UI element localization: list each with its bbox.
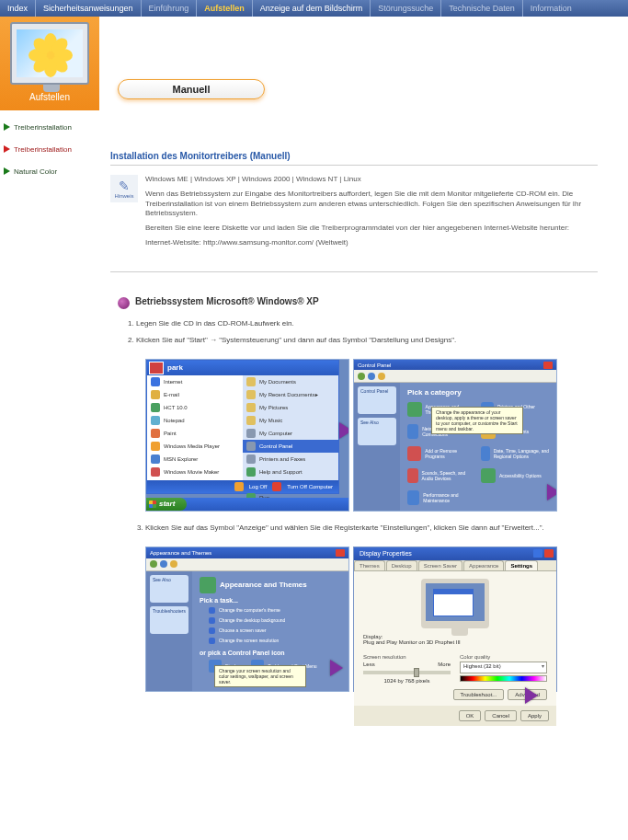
tab-screensaver[interactable]: Screen Saver bbox=[418, 560, 462, 570]
sidebar-item-natural-color[interactable]: Natural Color bbox=[0, 160, 101, 182]
window-toolbar bbox=[354, 370, 556, 382]
cp-datetime[interactable]: Date, Time, Language, and Regional Optio… bbox=[481, 446, 549, 461]
dialog-body: Display: Plug and Play Monitor on 3D Pro… bbox=[354, 571, 556, 706]
sm-printers[interactable]: Printers and Faxes bbox=[243, 453, 338, 466]
sidebar-item-driver-manual[interactable]: Treiberinstallation bbox=[0, 138, 101, 160]
top-nav: Index Sicherheitsanweisungen Einführung … bbox=[0, 0, 628, 17]
up-icon[interactable] bbox=[170, 560, 177, 568]
folder-icon bbox=[246, 416, 256, 425]
color-bar bbox=[460, 675, 547, 682]
mode-banner: Manuell bbox=[110, 74, 614, 138]
appearance-icon bbox=[200, 577, 216, 593]
sm-paint[interactable]: Paint bbox=[147, 427, 243, 440]
close-icon[interactable] bbox=[543, 362, 553, 369]
screenshot-start-menu: park Internet E-mail HCT 10.0 Notepad Pa… bbox=[145, 359, 349, 512]
sm-label: My Computer bbox=[259, 431, 292, 436]
step-item: Klicken Sie auf "Start" → "Systemsteueru… bbox=[136, 335, 614, 346]
help-icon[interactable] bbox=[533, 549, 542, 558]
sidebar-links: Treiberinstallation Treiberinstallation … bbox=[0, 116, 101, 182]
at-task-item[interactable]: Choose a screen saver bbox=[209, 627, 341, 634]
turnoff-label[interactable]: Turn Off Computer bbox=[287, 484, 333, 489]
forward-icon[interactable] bbox=[368, 373, 375, 380]
tab-themes[interactable]: Themes bbox=[354, 560, 385, 570]
tab-desktop[interactable]: Desktop bbox=[386, 560, 417, 570]
start-button[interactable]: start bbox=[146, 498, 187, 511]
at-label: Change the desktop background bbox=[219, 617, 285, 623]
sm-hct[interactable]: HCT 10.0 bbox=[147, 401, 243, 414]
close-icon[interactable] bbox=[336, 549, 345, 557]
step-item: Legen Sie die CD in das CD-ROM-Laufwerk … bbox=[136, 318, 614, 329]
window-title: Appearance and Themes bbox=[150, 550, 211, 556]
nav-osd[interactable]: Anzeige auf dem Bildschirm bbox=[252, 0, 371, 17]
window-titlebar: Control Panel bbox=[354, 360, 556, 371]
sm-wmp[interactable]: Windows Media Player bbox=[147, 440, 243, 453]
sm-mycomp[interactable]: My Computer bbox=[243, 427, 338, 440]
cancel-button[interactable]: Cancel bbox=[485, 710, 517, 721]
cp-perf[interactable]: Performance and Maintenance bbox=[407, 490, 475, 505]
forward-icon[interactable] bbox=[160, 560, 167, 568]
slider-knob[interactable] bbox=[414, 668, 419, 677]
sm-help[interactable]: Help and Support bbox=[243, 466, 338, 478]
back-icon[interactable] bbox=[358, 373, 365, 380]
logoff-label[interactable]: Log Off bbox=[249, 484, 268, 489]
at-task-item[interactable]: Change the screen resolution bbox=[209, 638, 341, 644]
cp-access[interactable]: Accessibility Options bbox=[481, 468, 549, 483]
sm-mymusic[interactable]: My Music bbox=[243, 414, 338, 427]
at-sidebox: Troubleshooters bbox=[150, 606, 188, 634]
at-task-item[interactable]: Change the desktop background bbox=[209, 617, 341, 624]
sm-notepad[interactable]: Notepad bbox=[147, 414, 243, 427]
close-icon[interactable] bbox=[544, 549, 554, 558]
sm-recent[interactable]: My Recent Documents ▸ bbox=[243, 388, 338, 401]
up-icon[interactable] bbox=[378, 373, 385, 380]
cp-main: Pick a category Appearance and Themes Pr… bbox=[400, 383, 556, 511]
os-block: Betriebssystem Microsoft® Windows® XP Le… bbox=[118, 296, 614, 692]
troubleshoot-button[interactable]: Troubleshoot... bbox=[453, 689, 505, 700]
sm-email[interactable]: E-mail bbox=[147, 388, 243, 401]
divider bbox=[110, 271, 598, 272]
apply-button[interactable]: Apply bbox=[520, 710, 549, 721]
sm-label: Internet bbox=[164, 379, 182, 385]
nav-safety[interactable]: Sicherheitsanweisungen bbox=[35, 0, 141, 17]
sm-controlpanel[interactable]: Control Panel bbox=[243, 440, 338, 453]
sm-msn[interactable]: MSN Explorer bbox=[147, 453, 243, 466]
color-combo[interactable]: Highest (32 bit) bbox=[460, 662, 547, 673]
avatar-icon bbox=[149, 362, 164, 374]
sm-mypics[interactable]: My Pictures bbox=[243, 401, 338, 414]
nav-index[interactable]: Index bbox=[0, 0, 35, 17]
tab-appearance[interactable]: Appearance bbox=[463, 560, 504, 570]
sm-label: Help and Support bbox=[259, 469, 303, 475]
manual-pill[interactable]: Manuell bbox=[118, 79, 265, 99]
nav-specs[interactable]: Technische Daten bbox=[440, 0, 522, 17]
nav-intro[interactable]: Einführung bbox=[141, 0, 197, 17]
note-box: ✎ Hinweis Windows ME | Windows XP | Wind… bbox=[110, 175, 614, 253]
arrow-icon bbox=[547, 484, 557, 501]
nav-setup[interactable]: Aufstellen bbox=[196, 0, 252, 17]
tab-settings[interactable]: Settings bbox=[505, 560, 538, 570]
cp-sounds[interactable]: Sounds, Speech, and Audio Devices bbox=[407, 468, 475, 483]
section-title: Installation des Monitortreibers (Manuel… bbox=[110, 151, 614, 161]
at-or: or pick a Control Panel icon bbox=[200, 650, 341, 656]
sm-movie[interactable]: Windows Movie Maker bbox=[147, 466, 243, 478]
sm-label: My Recent Documents bbox=[259, 392, 315, 397]
cp-heading: Pick a category bbox=[407, 388, 549, 397]
content-area: Manuell Installation des Monitortreibers… bbox=[110, 22, 614, 692]
tooltip: Change your screen resolution and color … bbox=[214, 665, 306, 687]
sidebar-item-driver-auto[interactable]: Treiberinstallation bbox=[0, 116, 101, 138]
cp-addremove[interactable]: Add or Remove Programs bbox=[407, 446, 475, 461]
note-icon-label: Hinweis bbox=[114, 193, 133, 199]
wmp-icon bbox=[151, 442, 160, 451]
res-value: 1024 by 768 pixels bbox=[363, 678, 451, 684]
sm-label: Windows Movie Maker bbox=[164, 469, 219, 475]
screenshot-control-panel: Control Panel Control Panel See Also Pic… bbox=[353, 359, 557, 512]
ok-button[interactable]: OK bbox=[459, 710, 482, 721]
back-icon[interactable] bbox=[150, 560, 157, 568]
nav-trouble[interactable]: Störungssuche bbox=[370, 0, 440, 17]
step-item: Klicken Sie auf das Symbol "Anzeige" und… bbox=[145, 523, 605, 534]
nav-info[interactable]: Information bbox=[522, 0, 579, 17]
paint-icon bbox=[151, 429, 160, 438]
sm-mydocs[interactable]: My Documents bbox=[243, 375, 338, 388]
sm-internet[interactable]: Internet bbox=[147, 375, 243, 388]
sm-label: Notepad bbox=[164, 418, 185, 423]
resolution-slider[interactable] bbox=[363, 671, 451, 674]
at-task-item[interactable]: Change the computer's theme bbox=[209, 607, 341, 614]
